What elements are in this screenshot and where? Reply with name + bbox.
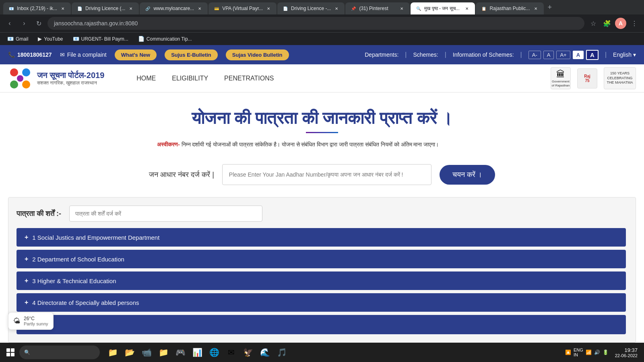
start-button[interactable]	[3, 345, 18, 360]
taskbar-app-folder2[interactable]: 📁	[155, 344, 171, 360]
whats-new-button[interactable]: What's New	[115, 49, 157, 60]
website-content: 📞 18001806127 ✉ File a complaint What's …	[0, 45, 644, 362]
utility-bar: 📞 18001806127 ✉ File a complaint What's …	[0, 45, 644, 64]
eligibility-search-input[interactable]	[69, 206, 262, 222]
site-logo	[8, 66, 32, 90]
disclaimer-text: निम्न दर्शायी गई योजनाओं की पात्रता सांक…	[182, 141, 439, 148]
address-input[interactable]: jansoochna.rajasthan.gov.in:8080	[47, 17, 584, 30]
taskbar-apps: 📁 📂 📹 📁 🎮 📊 🌐 ✉ 🦅 🌊 🎵	[105, 344, 290, 360]
taskbar-app-edge[interactable]: 🌊	[257, 344, 273, 360]
accordion-item-1[interactable]: + 1 Social Justics and Empowerment Depar…	[17, 228, 626, 247]
nav-home[interactable]: HOME	[136, 75, 156, 82]
profile-menu[interactable]: A	[615, 18, 626, 29]
back-button[interactable]: ‹	[4, 18, 15, 29]
address-text: jansoochna.rajasthan.gov.in:8080	[54, 20, 138, 27]
hero-underline	[306, 132, 338, 133]
new-tab-button[interactable]: +	[545, 3, 555, 12]
tab-title-vpa: VPA (Virtual Payr...	[222, 6, 263, 11]
tab-gmail[interactable]: 📧 Inbox (2,719) - ik... ✕	[3, 2, 71, 14]
bill-bookmark-icon: 📧	[73, 36, 79, 42]
raj75-logo: Raj75	[577, 68, 597, 88]
profile-avatar[interactable]: A	[615, 18, 626, 29]
taskbar-time[interactable]: 19:37 22-06-2022	[612, 347, 641, 358]
taskbar-app-game[interactable]: 🎮	[172, 344, 188, 360]
departments-label[interactable]: Departments:	[365, 51, 398, 58]
taskbar-app-mail[interactable]: ✉	[223, 344, 239, 360]
sujas-video-button[interactable]: Sujas Video Bulletin	[226, 49, 289, 60]
taskbar-app-files[interactable]: 📁	[105, 344, 121, 360]
accordion-item-3[interactable]: + 3 Higher & Technical Education	[17, 272, 626, 290]
tab-close-raj[interactable]: ✕	[533, 5, 539, 12]
svg-point-4	[17, 75, 23, 82]
tab-close-js[interactable]: ✕	[464, 5, 470, 12]
tab-close-pin[interactable]: ✕	[398, 5, 405, 12]
tab-favicon-pin: 📌	[350, 5, 357, 12]
tab-dl2[interactable]: 📄 Driving Licence -... ✕	[277, 2, 345, 14]
sujas-ebulletin-button[interactable]: Sujus E-Bulletin	[165, 49, 218, 60]
browser-tab-bar: 📧 Inbox (2,719) - ik... ✕ 📄 Driving Lice…	[0, 0, 644, 14]
language-selector[interactable]: English ▾	[613, 51, 636, 58]
nav-eligibility[interactable]: ELIGIBILITY	[172, 75, 208, 82]
accordion-item-4[interactable]: + 4 Directorate of Specially abled perso…	[17, 293, 626, 312]
tab-driving-licence[interactable]: 📄 Driving Licence (... ✕	[72, 2, 139, 14]
separator-2: |	[445, 51, 446, 58]
font-normal-button[interactable]: A	[543, 51, 554, 59]
youtube-bookmark-icon: ▶	[38, 36, 42, 42]
bookmark-gmail[interactable]: 📧 Gmail	[5, 34, 31, 43]
mail-icon: ✉	[228, 348, 235, 357]
taskbar-search[interactable]: 🔍	[19, 346, 100, 359]
tab-pinterest[interactable]: 📌 (31) Pinterest ✕	[345, 2, 410, 14]
font-black-button[interactable]: A	[586, 50, 599, 60]
tab-close-gmail[interactable]: ✕	[60, 5, 66, 12]
weather-icon: 🌤	[13, 317, 21, 325]
tab-jan-soochna[interactable]: 🔍 मुख पृष्ठ - जन सूच... ✕	[411, 2, 475, 14]
bookmark-icon[interactable]: ☆	[588, 18, 599, 29]
reload-button[interactable]: ↻	[33, 18, 44, 29]
font-decrease-button[interactable]: A-	[528, 51, 541, 59]
chevron-down-icon: ▾	[633, 51, 636, 58]
jan-aadhar-input[interactable]	[222, 164, 431, 185]
file-complaint-item[interactable]: ✉ File a complaint	[60, 51, 107, 58]
tab-close-dl[interactable]: ✕	[128, 5, 134, 12]
keyboard-icon: ENGIN	[574, 348, 583, 357]
tab-vpa[interactable]: 💳 VPA (Virtual Payr... ✕	[208, 2, 277, 14]
info-schemes-label[interactable]: Information of Schemes:	[453, 51, 514, 58]
taskbar-app-meet[interactable]: 📹	[138, 344, 155, 360]
font-increase-button[interactable]: A+	[556, 51, 570, 59]
windows-icon	[6, 348, 14, 356]
tab-close-vpa[interactable]: ✕	[265, 5, 272, 12]
schemes-label[interactable]: Schemes:	[413, 51, 438, 58]
bookmark-bill[interactable]: 📧 URGENT- Bill Paym...	[70, 34, 131, 43]
tab-close-dl2[interactable]: ✕	[333, 5, 340, 12]
accordion-item-5[interactable]: + 5 ...	[17, 315, 626, 334]
nav-right: 🏛 Governmentof Rajasthan Raj75 150 YEARS…	[551, 67, 636, 89]
extension-icon[interactable]: 🧩	[601, 18, 613, 29]
tab-rajasthan[interactable]: 📋 Rajasthan Public... ✕	[476, 2, 543, 14]
complaint-text: File a complaint	[67, 51, 107, 58]
bookmark-youtube[interactable]: ▶ YouTube	[35, 34, 65, 43]
tab-favicon-dl: 📄	[76, 5, 83, 12]
more-options-button[interactable]: ⋮	[629, 18, 640, 29]
meet-icon: 📹	[142, 348, 152, 357]
taskbar-app-excel[interactable]: 📊	[189, 344, 205, 360]
font-white-button[interactable]: A	[573, 51, 584, 59]
accordion-item-2[interactable]: + 2 Department of School Education	[17, 250, 626, 268]
tab-favicon-raj: 📋	[481, 5, 487, 12]
taskbar-app-teams[interactable]: 🦅	[240, 344, 256, 360]
disclaimer: अस्वीकरण- निम्न दर्शायी गई योजनाओं की पा…	[141, 141, 503, 148]
select-button[interactable]: चयन करें ।	[440, 165, 495, 185]
govt-emblem: 🏛 Governmentof Rajasthan	[551, 67, 571, 89]
accordion-title-3: 3 Higher & Technical Education	[32, 278, 116, 284]
tab-loancare[interactable]: 🔗 www.myloancare... ✕	[140, 2, 208, 14]
bookmark-gmail-label: Gmail	[16, 36, 28, 42]
taskbar-app-spotify[interactable]: 🎵	[274, 344, 290, 360]
bookmark-comm[interactable]: 📄 Communication Tip...	[136, 34, 194, 43]
accordion-plus-icon-2: +	[25, 255, 28, 263]
nav-penetrations[interactable]: PENETRATIONS	[224, 75, 274, 82]
tab-close-lc[interactable]: ✕	[196, 5, 203, 12]
forward-button[interactable]: ›	[19, 18, 30, 29]
svg-point-3	[22, 80, 30, 88]
taskbar-app-browser[interactable]: 🌐	[206, 344, 222, 360]
wifi-icon: 📶	[586, 350, 592, 355]
taskbar-app-explorer[interactable]: 📂	[122, 344, 138, 360]
